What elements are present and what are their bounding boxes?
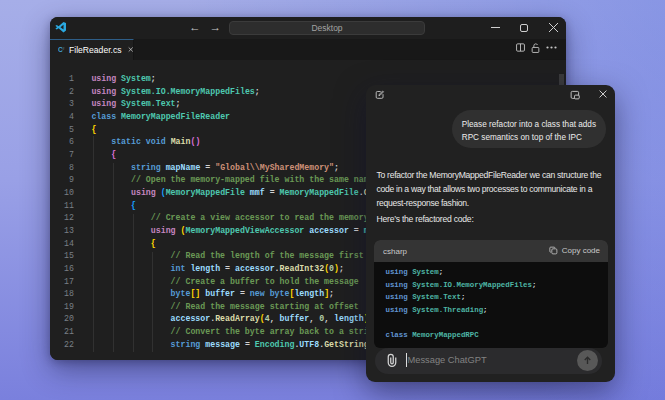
svg-text:#: # (63, 47, 65, 51)
